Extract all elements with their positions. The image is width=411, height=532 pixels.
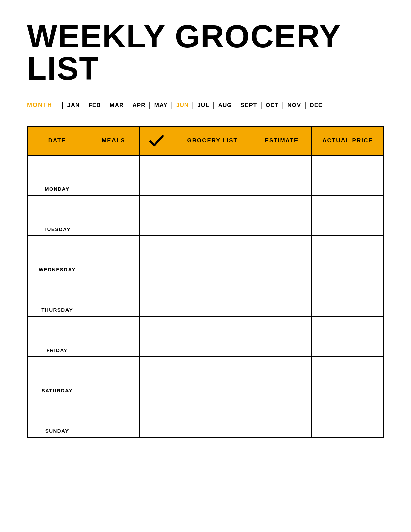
estimate-friday[interactable] (252, 316, 312, 357)
day-sunday: SUNDAY (27, 397, 87, 437)
estimate-thursday[interactable] (252, 276, 312, 316)
actual-thursday[interactable] (312, 276, 384, 316)
actual-monday[interactable] (312, 155, 384, 195)
check-wednesday[interactable] (140, 236, 173, 276)
estimate-saturday[interactable] (252, 357, 312, 397)
table-row: MONDAY (27, 155, 384, 195)
month-oct[interactable]: OCT (266, 102, 279, 109)
estimate-tuesday[interactable] (252, 195, 312, 236)
check-sunday[interactable] (140, 397, 173, 437)
table-row: THURSDAY (27, 276, 384, 316)
grocery-thursday[interactable] (173, 276, 252, 316)
month-sep-3: | (127, 101, 129, 109)
table-row: FRIDAY (27, 316, 384, 357)
month-nov[interactable]: NOV (287, 102, 301, 109)
grocery-monday[interactable] (173, 155, 252, 195)
day-thursday: THURSDAY (27, 276, 87, 316)
actual-saturday[interactable] (312, 357, 384, 397)
month-jul[interactable]: JUL (197, 102, 209, 109)
grocery-sunday[interactable] (173, 397, 252, 437)
estimate-sunday[interactable] (252, 397, 312, 437)
header-date: DATE (27, 126, 87, 155)
grocery-saturday[interactable] (173, 357, 252, 397)
month-sep-6: | (192, 101, 194, 109)
month-jun[interactable]: JUN (176, 102, 189, 109)
header-check (140, 126, 173, 155)
table-header-row: DATE MEALS GROCERY LIST ESTIMATE ACTUAL … (27, 126, 384, 155)
meals-wednesday[interactable] (87, 236, 140, 276)
table-row: SATURDAY (27, 357, 384, 397)
month-sep-4: | (149, 101, 151, 109)
check-tuesday[interactable] (140, 195, 173, 236)
check-monday[interactable] (140, 155, 173, 195)
month-sep-0: | (62, 101, 64, 109)
check-saturday[interactable] (140, 357, 173, 397)
meals-friday[interactable] (87, 316, 140, 357)
month-may[interactable]: MAY (154, 102, 168, 109)
meals-tuesday[interactable] (87, 195, 140, 236)
estimate-monday[interactable] (252, 155, 312, 195)
grocery-tuesday[interactable] (173, 195, 252, 236)
month-sep-2: | (104, 101, 106, 109)
actual-friday[interactable] (312, 316, 384, 357)
month-jan[interactable]: JAN (67, 102, 80, 109)
month-sep-9: | (260, 101, 262, 109)
actual-wednesday[interactable] (312, 236, 384, 276)
month-feb[interactable]: FEB (88, 102, 101, 109)
actual-tuesday[interactable] (312, 195, 384, 236)
header-meals: MEALS (87, 126, 140, 155)
table-row: SUNDAY (27, 397, 384, 437)
meals-saturday[interactable] (87, 357, 140, 397)
day-friday: FRIDAY (27, 316, 87, 357)
actual-sunday[interactable] (312, 397, 384, 437)
month-sep-5: | (171, 101, 173, 109)
month-mar[interactable]: MAR (110, 102, 124, 109)
header-estimate: ESTIMATE (252, 126, 312, 155)
month-dec[interactable]: DEC (310, 102, 323, 109)
grocery-friday[interactable] (173, 316, 252, 357)
table-row: TUESDAY (27, 195, 384, 236)
page-title: WEEKLY GROCERY LIST (27, 20, 384, 85)
estimate-wednesday[interactable] (252, 236, 312, 276)
month-label: MONTH (27, 102, 52, 109)
month-apr[interactable]: APR (133, 102, 146, 109)
month-sep-11: | (304, 101, 306, 109)
day-saturday: SATURDAY (27, 357, 87, 397)
meals-thursday[interactable] (87, 276, 140, 316)
month-sep-10: | (282, 101, 284, 109)
grocery-table: DATE MEALS GROCERY LIST ESTIMATE ACTUAL … (27, 126, 384, 438)
table-row: WEDNESDAY (27, 236, 384, 276)
check-friday[interactable] (140, 316, 173, 357)
month-sept[interactable]: SEPT (241, 102, 257, 109)
month-sep-7: | (213, 101, 215, 109)
grocery-wednesday[interactable] (173, 236, 252, 276)
month-aug[interactable]: AUG (218, 102, 232, 109)
header-grocery-list: GROCERY LIST (173, 126, 252, 155)
meals-sunday[interactable] (87, 397, 140, 437)
day-tuesday: TUESDAY (27, 195, 87, 236)
month-sep-8: | (235, 101, 237, 109)
checkmark-icon (148, 133, 165, 149)
month-row: MONTH | JAN | FEB | MAR | APR | MAY | JU… (27, 101, 384, 109)
meals-monday[interactable] (87, 155, 140, 195)
header-actual-price: ACTUAL PRICE (312, 126, 384, 155)
check-thursday[interactable] (140, 276, 173, 316)
day-monday: MONDAY (27, 155, 87, 195)
month-sep-1: | (83, 101, 85, 109)
day-wednesday: WEDNESDAY (27, 236, 87, 276)
